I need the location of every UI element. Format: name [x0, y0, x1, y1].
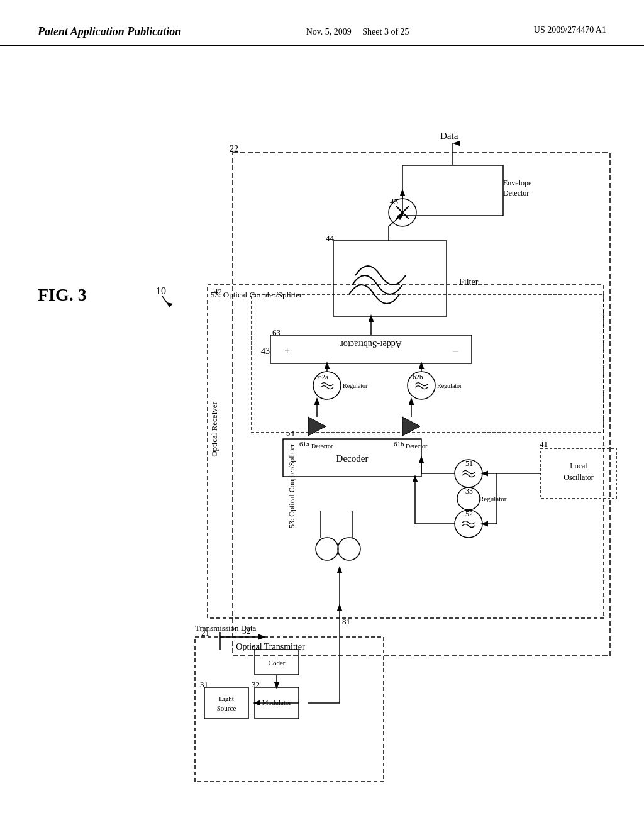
minus-sign: – [452, 345, 458, 356]
reg51-wave1 [462, 471, 475, 474]
publication-title: Patent Application Publication [38, 25, 181, 38]
page-header: Patent Application Publication Nov. 5, 2… [0, 0, 644, 46]
reg62b-wave1 [415, 383, 428, 386]
data-label: Data [440, 131, 458, 141]
reg62a-wave2 [321, 386, 333, 389]
reg62a-wave1 [321, 383, 333, 386]
ref-61a: 61a [299, 440, 309, 448]
ref-45: 45 [390, 197, 398, 206]
ref-41: 41 [540, 440, 548, 449]
publication-date: Nov. 5, 2009 [306, 27, 352, 36]
optical-receiver-label: Optical Receiver [209, 401, 219, 456]
main-boundary-box [233, 153, 610, 656]
ref-62a: 62a [318, 373, 328, 380]
ref-22: 22 [230, 144, 238, 153]
regulator-label-62a: Regulator [343, 382, 368, 389]
regulator-label-53: Regulator [479, 495, 507, 502]
ref-63: 63 [272, 328, 280, 337]
modulator-text: Modulator [262, 699, 292, 706]
filter-label: Filter [459, 277, 479, 287]
local-osc-text2: Oscillator [564, 473, 593, 482]
ref-33-transmit: 33 [252, 642, 260, 651]
coupler-circle2 [338, 538, 360, 560]
filter-box [333, 241, 447, 316]
envelope-det-text2: Detector [503, 189, 529, 197]
page: Patent Application Publication Nov. 5, 2… [0, 0, 644, 830]
circuit-diagram: 10 Optical Transmitter Light Source 31 M… [0, 46, 644, 800]
coupler-circle1 [316, 538, 338, 560]
header-center-info: Nov. 5, 2009 Sheet 3 of 25 [306, 25, 409, 38]
light-source-box [204, 687, 248, 719]
decoder-text: Decoder [336, 453, 369, 463]
adder-subtractor-text: Adder-Subtractor [340, 340, 402, 349]
ref-32: 32 [252, 680, 260, 689]
ref-51: 51 [465, 459, 473, 468]
reg62b-wave2 [415, 386, 428, 389]
ref-52: 52 [465, 509, 473, 518]
ref-43: 43 [261, 346, 270, 356]
ref-61b: 61b [394, 440, 404, 448]
patent-number: US 2009/274470 A1 [534, 25, 606, 35]
ref-10-label: 10 [156, 285, 166, 296]
ref-33-rec: 33 [465, 487, 473, 495]
light-source-text1: Light [219, 695, 234, 702]
sheet-info: Sheet 3 of 25 [362, 27, 409, 36]
envelope-detector-box [402, 165, 503, 216]
reg51-wave2 [462, 474, 475, 477]
figure-area: FIG. 3 10 Optical Transmitter Light Sour… [0, 46, 644, 800]
envelope-det-text1: Envelope [503, 179, 531, 187]
ref-21: 21 [201, 628, 209, 638]
light-source-text2: Source [217, 704, 236, 712]
coupler-splitter-label: 53: Optical Coupler/Splitter [287, 444, 296, 528]
detector-label-b: Detector [406, 443, 428, 450]
svg-marker-1 [167, 302, 173, 307]
regulator-label-62b: Regulator [437, 382, 462, 389]
detector-label-a: Detector [311, 443, 333, 450]
ref-31: 31 [200, 680, 208, 689]
plus-sign: + [284, 345, 290, 356]
ref-42-label: 42 [214, 287, 222, 296]
ref-32-branch: 32 [242, 626, 250, 636]
local-osc-text1: Local [570, 462, 587, 470]
reg52-wave2 [462, 524, 475, 528]
coder-text: Coder [269, 659, 286, 667]
reg52-wave1 [462, 521, 475, 524]
ref-44: 44 [326, 233, 335, 243]
ref-62b: 62b [413, 373, 423, 380]
